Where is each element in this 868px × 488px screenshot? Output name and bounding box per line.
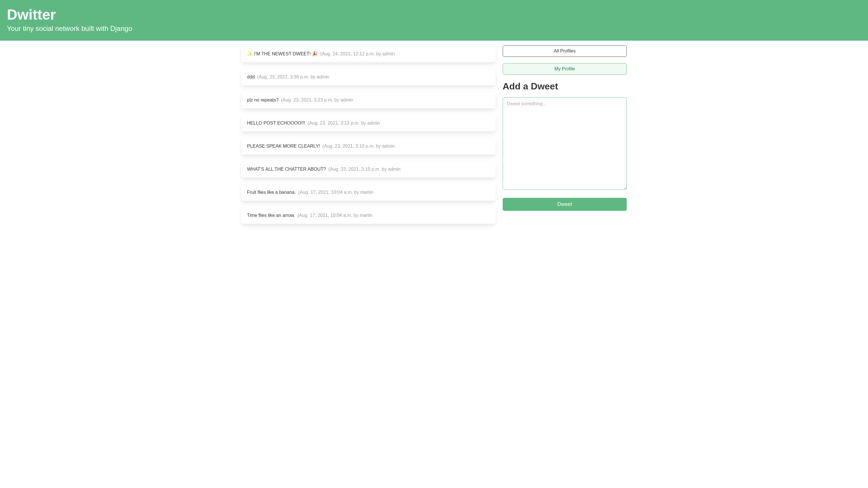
dweet-body: ddd [247,74,255,79]
dweet-meta: (Aug. 23, 2021, 3:10 p.m. by admin [322,143,395,149]
dweet-card: ddd (Aug. 23, 2021, 3:36 p.m. by admin [241,69,496,85]
dweet-card: Fruit flies like a banana. (Aug. 17, 202… [241,184,496,201]
dweet-card: WHAT'S ALL THE CHATTER ABOUT? (Aug. 23, … [241,161,496,178]
page-title: Dwitter [7,7,861,23]
dweet-meta: (Aug. 17, 2021, 10:04 a.m. by martin [298,213,373,218]
dweet-body: PLEASE SPEAK MORE CLEARLY! [247,143,320,149]
add-dweet-title: Add a Dweet [503,81,627,92]
my-profile-button[interactable]: My Profile [503,63,627,75]
dweet-body: HELLO POST ECHOOOO!!! [247,121,305,126]
dweet-meta: (Aug. 23, 2021, 3:36 p.m. by admin [257,74,329,79]
dweet-feed: ✨ I'M THE NEWEST DWEET! 🎉 (Aug. 24, 2021… [241,45,496,230]
dweet-meta: (Aug. 23, 2021, 3:23 p.m. by admin [281,97,353,102]
dweet-card: PLEASE SPEAK MORE CLEARLY! (Aug. 23, 202… [241,138,496,155]
dweet-card: plz no repeats? (Aug. 23, 2021, 3:23 p.m… [241,92,496,108]
dweet-card: HELLO POST ECHOOOO!!! (Aug. 23, 2021, 3:… [241,115,496,132]
dweet-submit-button[interactable]: Dweet [503,198,627,211]
dweet-meta: (Aug. 17, 2021, 10:04 a.m. by martin [298,190,373,195]
all-profiles-button[interactable]: All Profiles [503,45,627,57]
sidebar: All Profiles My Profile Add a Dweet Dwee… [503,45,627,230]
dweet-body: plz no repeats? [247,97,278,102]
hero-header: Dwitter Your tiny social network built w… [0,0,868,41]
dweet-body: ✨ I'M THE NEWEST DWEET! 🎉 [247,51,318,56]
dweet-meta: (Aug. 24, 2021, 12:12 p.m. by admin [320,51,395,56]
dweet-textarea[interactable] [503,97,627,190]
dweet-body: WHAT'S ALL THE CHATTER ABOUT? [247,167,326,172]
dweet-card: ✨ I'M THE NEWEST DWEET! 🎉 (Aug. 24, 2021… [241,45,496,62]
dweet-card: Time flies like an arrow. (Aug. 17, 2021… [241,207,496,224]
dweet-meta: (Aug. 23, 2021, 3:13 p.m. by admin [308,121,380,126]
page-subtitle: Your tiny social network built with Djan… [7,25,861,33]
dweet-body: Fruit flies like a banana. [247,190,296,195]
dweet-meta: (Aug. 23, 2021, 3:10 p.m. by admin [329,167,401,172]
dweet-body: Time flies like an arrow. [247,213,295,218]
